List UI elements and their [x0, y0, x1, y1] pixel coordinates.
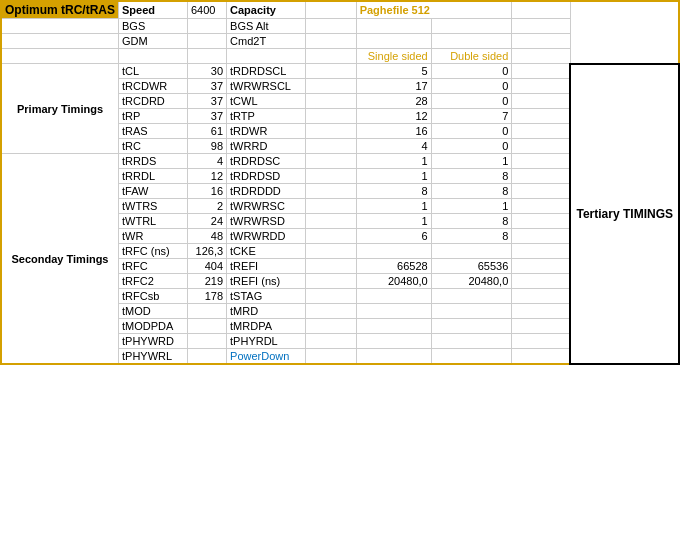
- gdm-label: GDM: [119, 34, 188, 49]
- secondary-timings-label: Seconday Timings: [1, 154, 119, 365]
- speed-label: Speed: [119, 1, 188, 19]
- primary-timings-label: Primary Timings: [1, 64, 119, 154]
- table-title: Optimum tRC/tRAS: [1, 1, 119, 19]
- bgs-label: BGS: [119, 19, 188, 34]
- capacity-value: [305, 1, 356, 19]
- cmd2t-label: Cmd2T: [227, 34, 306, 49]
- primary-row-1: Primary Timings tCL 30 tRDRDSCL 5 0 Tert…: [1, 64, 679, 79]
- single-tcl: 5: [356, 64, 431, 79]
- duble-sided-header: Duble sided: [431, 49, 512, 64]
- speed-value: 6400: [187, 1, 226, 19]
- param2-tcl: tRDRDSCL: [227, 64, 306, 79]
- bgs-alt-label: BGS Alt: [227, 19, 306, 34]
- param-tcl: tCL: [119, 64, 188, 79]
- duble-tcl: 0: [431, 64, 512, 79]
- single-sided-header: Single sided: [356, 49, 431, 64]
- tertiary-timings-label: Tertiary TIMINGS: [570, 64, 679, 365]
- main-table: Optimum tRC/tRAS Speed 6400 Capacity Pag…: [0, 0, 680, 365]
- col-header-row: Single sided Duble sided: [1, 49, 679, 64]
- header-row-2: BGS BGS Alt: [1, 19, 679, 34]
- header-row-3: GDM Cmd2T: [1, 34, 679, 49]
- paghefile-label: Paghefile 512: [356, 1, 512, 19]
- header-row-1: Optimum tRC/tRAS Speed 6400 Capacity Pag…: [1, 1, 679, 19]
- param-tRCDWR: tRCDWR: [119, 79, 188, 94]
- val-tcl: 30: [187, 64, 226, 79]
- capacity-label: Capacity: [227, 1, 306, 19]
